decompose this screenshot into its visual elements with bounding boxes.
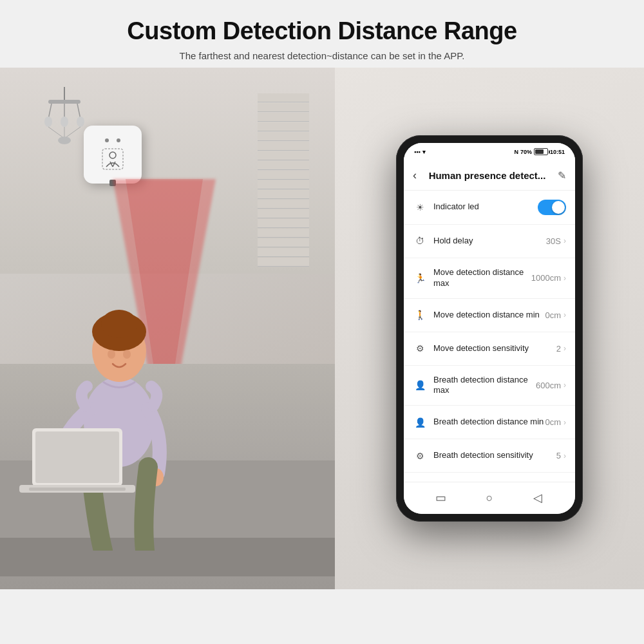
battery-fill [535,149,544,154]
move-sensitivity-value: 2 [556,344,561,354]
hold-delay-icon: ⏱ [413,236,427,246]
blind-slat [258,258,309,267]
svg-point-6 [61,117,68,127]
blind-slat [258,209,309,218]
settings-item-indicator-led[interactable]: ☀ Indicator led [404,191,575,225]
breath-dist-min-label: Breath detection distance min [433,417,545,428]
move-dist-max-value: 1000cm [531,273,561,283]
breath-dist-min-value: 0cm [545,417,561,427]
person-svg [45,280,193,551]
status-bar: ▪▪▪ ▾ N 70% 10:51 [404,143,575,161]
svg-line-15 [113,162,115,167]
blind-slat [258,219,309,228]
move-sensitivity-label: Move detection sensitivity [433,343,556,354]
nav-recents-button[interactable]: ▭ [433,489,450,506]
settings-item-move-dist-max[interactable]: 🏃 Move detection distance max 1000cm › [404,258,575,299]
signal-icon: ▪▪▪ [414,149,421,155]
blind-slat [258,190,309,199]
breath-sensitivity-label: Breath detection sensitivity [433,450,556,461]
blind-slat [258,180,309,189]
svg-point-19 [101,310,137,338]
settings-item-hold-delay[interactable]: ⏱ Hold delay 30S › [404,225,575,258]
battery-tip [549,150,550,153]
nav-home-button[interactable]: ○ [481,489,498,506]
move-dist-min-label: Move detection distance min [433,310,545,321]
sensor-device [84,126,142,184]
settings-list: ☀ Indicator led ⏱ Hold delay 30S › [404,191,575,482]
blind-slat [258,103,309,112]
hold-delay-arrow: › [564,236,566,245]
breath-dist-max-icon: 👤 [413,380,427,390]
status-bar-left: ▪▪▪ ▾ [414,149,426,155]
svg-line-8 [48,127,64,138]
hold-delay-value: 30S [546,236,561,246]
nav-back-button[interactable]: ◁ [529,489,546,506]
svg-point-5 [44,117,52,127]
indicator-led-toggle[interactable] [538,200,566,215]
blind-slat [258,229,309,238]
indicator-led-label: Indicator led [433,202,538,213]
blind-slat [258,93,309,102]
chandelier-icon [39,87,90,151]
settings-item-move-sensitivity[interactable]: ⚙ Move detection sensitivity 2 › [404,332,575,366]
laptop-svg [19,428,135,506]
person-figure [45,280,193,551]
settings-item-breath-sensitivity[interactable]: ⚙ Breath detection sensitivity 5 › [404,439,575,473]
sensor-dots [105,138,120,142]
blind-slat [258,151,309,160]
header: Custom Detection Distance Range The fart… [0,0,644,68]
svg-line-14 [110,162,113,167]
blind-slat [258,238,309,247]
breath-dist-max-arrow: › [564,381,566,390]
indicator-led-icon: ☀ [413,202,427,213]
app-header: ‹ Human presence detect... ✎ [404,161,575,191]
status-bar-right: N 70% 10:51 [514,148,565,155]
clock: 10:51 [550,149,565,155]
phone-bottom-nav: ▭ ○ ◁ [404,482,575,514]
breath-dist-max-value: 600cm [536,381,561,390]
sensor-person-icon [101,147,124,171]
svg-rect-25 [35,431,119,483]
app-title: Human presence detect... [422,170,553,181]
breath-dist-min-arrow: › [564,418,566,427]
phone-scene: ▪▪▪ ▾ N 70% 10:51 [335,68,644,589]
breath-sensitivity-value: 5 [556,451,561,460]
toggle-knob [552,201,565,214]
settings-item-breath-dist-min[interactable]: 👤 Breath detection distance min 0cm › [404,406,575,439]
phone-screen: ▪▪▪ ▾ N 70% 10:51 [404,143,575,514]
breath-dist-max-label: Breath detection distance max [433,375,536,397]
wifi-icon: ▾ [422,149,426,155]
blind-slat [258,122,309,131]
svg-rect-27 [29,488,126,491]
settings-item-breath-dist-max[interactable]: 👤 Breath detection distance max 600cm › [404,366,575,406]
main-content: ▪▪▪ ▾ N 70% 10:51 [0,68,644,589]
move-dist-min-arrow: › [564,310,566,319]
settings-item-move-dist-min[interactable]: 🚶 Move detection distance min 0cm › [404,299,575,332]
move-dist-min-value: 0cm [545,310,561,320]
battery-percent: 70% [520,149,532,155]
svg-point-21 [123,350,131,359]
back-button[interactable]: ‹ [413,169,417,182]
move-dist-max-icon: 🏃 [413,273,427,283]
move-sensitivity-icon: ⚙ [413,343,427,354]
svg-line-10 [64,127,80,138]
svg-point-11 [58,137,71,144]
move-sensitivity-arrow: › [564,344,566,353]
hold-delay-label: Hold delay [433,236,546,247]
svg-point-7 [77,117,84,127]
chandelier [39,87,90,154]
move-dist-max-label: Move detection distance max [433,267,531,289]
blind-slat [258,248,309,257]
blind-slat [258,161,309,170]
breath-dist-min-icon: 👤 [413,417,427,428]
page-title: Custom Detection Distance Range [13,18,631,45]
battery-icon [534,148,548,155]
laptop [19,428,135,506]
nfc-icon: N [514,149,518,155]
blind-slat [258,171,309,180]
blind-slat [258,113,309,122]
page: Custom Detection Distance Range The fart… [0,0,644,644]
edit-button[interactable]: ✎ [558,169,566,182]
move-dist-min-icon: 🚶 [413,310,427,320]
breath-sensitivity-arrow: › [564,451,566,460]
